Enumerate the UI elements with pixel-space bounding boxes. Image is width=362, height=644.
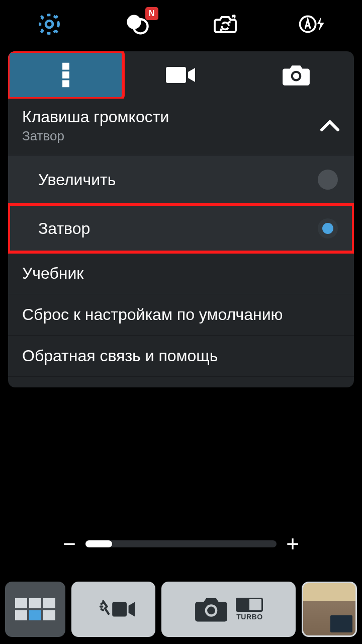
zoom-out-icon[interactable]: −	[60, 531, 78, 556]
setting-title: Клавиша громкости	[22, 108, 169, 126]
settings-tab-bar	[8, 51, 354, 99]
switch-camera-button[interactable]	[211, 10, 239, 38]
setting-volume-key[interactable]: Клавиша громкости Затвор	[8, 99, 354, 155]
motion-video-icon	[90, 595, 136, 623]
setting-label: Учебник	[22, 264, 83, 283]
top-toolbar: N	[0, 0, 362, 48]
tab-video[interactable]	[123, 51, 238, 99]
panel-footer-spacer	[8, 376, 354, 387]
tab-photo[interactable]	[239, 51, 354, 99]
setting-reset[interactable]: Сброс к настройкам по умолчанию	[8, 294, 354, 335]
radio-off-icon	[318, 170, 338, 190]
filters-badge: N	[145, 7, 158, 20]
option-label: Увеличить	[38, 171, 116, 189]
radio-on-icon	[318, 218, 338, 238]
gallery-thumbnail[interactable]	[302, 582, 357, 637]
camera-shutter-icon	[194, 596, 229, 623]
zoom-track[interactable]	[85, 540, 277, 547]
option-label: Затвор	[38, 219, 90, 238]
svg-rect-7	[62, 80, 69, 87]
setting-feedback[interactable]: Обратная связь и помощь	[8, 335, 354, 376]
option-zoom[interactable]: Увеличить	[8, 155, 354, 204]
turbo-label: TURBO	[236, 613, 262, 621]
switch-camera-icon	[211, 12, 239, 37]
option-shutter[interactable]: Затвор	[8, 204, 354, 253]
setting-subtitle: Затвор	[22, 128, 169, 144]
turbo-toggle[interactable]: TURBO	[236, 598, 263, 621]
zoom-slider[interactable]: − +	[0, 531, 362, 556]
mode-grid-button[interactable]	[5, 582, 65, 637]
mode-grid-icon	[15, 598, 55, 620]
capture-photo-button[interactable]: TURBO	[161, 582, 296, 637]
zoom-in-icon[interactable]: +	[284, 531, 302, 556]
camera-icon	[282, 63, 311, 87]
setting-label: Сброс к настройкам по умолчанию	[22, 305, 283, 324]
flash-mode-button[interactable]	[299, 10, 327, 38]
more-vertical-icon	[61, 62, 71, 88]
tab-more[interactable]	[8, 51, 123, 99]
svg-rect-5	[62, 63, 69, 70]
filters-button[interactable]: N	[123, 10, 151, 38]
svg-rect-6	[62, 71, 69, 78]
svg-point-1	[40, 15, 58, 34]
gear-icon	[36, 11, 62, 37]
settings-button[interactable]	[35, 10, 63, 38]
svg-rect-8	[166, 67, 186, 83]
zoom-fill	[85, 540, 112, 547]
chevron-up-icon	[320, 119, 340, 132]
video-icon	[165, 65, 197, 85]
settings-panel: Клавиша громкости Затвор Увеличить Затво…	[8, 99, 354, 387]
auto-flash-icon	[299, 12, 327, 36]
setting-label: Обратная связь и помощь	[22, 347, 218, 365]
turbo-indicator-icon	[236, 598, 263, 612]
bottom-bar: TURBO	[5, 582, 357, 637]
svg-point-13	[208, 607, 216, 615]
svg-point-10	[293, 73, 299, 79]
record-video-button[interactable]	[71, 582, 155, 637]
setting-tutorial[interactable]: Учебник	[8, 253, 354, 294]
svg-point-0	[46, 21, 53, 28]
svg-rect-11	[113, 602, 127, 617]
